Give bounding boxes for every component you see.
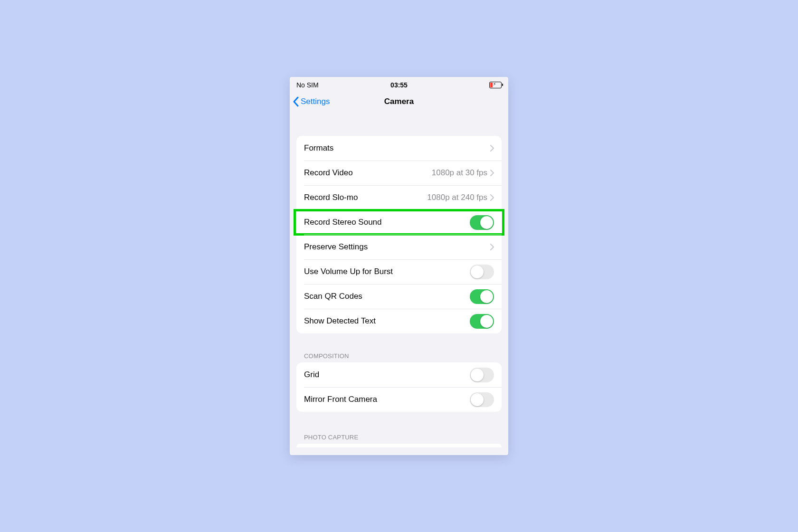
row-label: Record Slo-mo <box>304 193 427 202</box>
back-button[interactable]: Settings <box>293 91 330 112</box>
nav-bar: Settings Camera <box>290 91 508 112</box>
grid-toggle[interactable] <box>470 368 494 382</box>
row-label: Formats <box>304 143 490 153</box>
row-label: Record Video <box>304 168 432 178</box>
settings-group-composition: Grid Mirror Front Camera <box>296 362 502 412</box>
volume-burst-row[interactable]: Use Volume Up for Burst <box>296 259 502 284</box>
row-label: Preserve Settings <box>304 242 490 252</box>
volume-burst-toggle[interactable] <box>470 265 494 279</box>
chevron-right-icon <box>490 170 494 176</box>
photo-capture-header: PHOTO CAPTURE <box>290 431 508 444</box>
formats-row[interactable]: Formats <box>296 136 502 161</box>
mirror-front-row[interactable]: Mirror Front Camera <box>296 387 502 412</box>
group-spacer <box>290 333 508 350</box>
preserve-settings-row[interactable]: Preserve Settings <box>296 235 502 259</box>
row-label: Grid <box>304 370 470 380</box>
composition-header: COMPOSITION <box>290 350 508 362</box>
top-spacer <box>290 112 508 136</box>
chevron-left-icon <box>293 96 299 107</box>
row-label: Scan QR Codes <box>304 292 470 301</box>
status-right: ⚡︎ <box>433 82 502 88</box>
status-bar: No SIM 03:55 ⚡︎ <box>290 77 508 91</box>
row-label: Record Stereo Sound <box>304 218 470 227</box>
record-stereo-sound-toggle[interactable] <box>470 215 494 230</box>
settings-group-1: Formats Record Video 1080p at 30 fps Rec… <box>296 136 502 333</box>
record-slomo-row[interactable]: Record Slo-mo 1080p at 240 fps <box>296 185 502 210</box>
group-spacer <box>290 412 508 431</box>
chevron-right-icon <box>490 145 494 152</box>
row-label: Mirror Front Camera <box>304 395 470 404</box>
battery-icon: ⚡︎ <box>489 82 502 88</box>
status-carrier: No SIM <box>296 81 365 89</box>
scan-qr-row[interactable]: Scan QR Codes <box>296 284 502 309</box>
phone-frame: No SIM 03:55 ⚡︎ Settings Camera Formats <box>290 77 508 455</box>
chevron-right-icon <box>490 244 494 250</box>
detected-text-row[interactable]: Show Detected Text <box>296 309 502 333</box>
page-title: Camera <box>384 97 414 106</box>
chevron-right-icon <box>490 194 494 201</box>
settings-group-photo-capture <box>296 444 502 447</box>
row-detail: 1080p at 240 fps <box>427 193 487 202</box>
row-label: Show Detected Text <box>304 316 470 326</box>
row-label: Use Volume Up for Burst <box>304 267 470 276</box>
back-label: Settings <box>301 97 330 106</box>
mirror-front-toggle[interactable] <box>470 392 494 407</box>
content-scroll[interactable]: Formats Record Video 1080p at 30 fps Rec… <box>290 112 508 455</box>
detected-text-toggle[interactable] <box>470 314 494 329</box>
row-detail: 1080p at 30 fps <box>432 168 487 178</box>
grid-row[interactable]: Grid <box>296 362 502 387</box>
record-stereo-sound-row[interactable]: Record Stereo Sound <box>296 210 502 235</box>
record-video-row[interactable]: Record Video 1080p at 30 fps <box>296 161 502 185</box>
scan-qr-toggle[interactable] <box>470 289 494 304</box>
status-time: 03:55 <box>365 81 433 89</box>
stage: No SIM 03:55 ⚡︎ Settings Camera Formats <box>0 0 798 532</box>
